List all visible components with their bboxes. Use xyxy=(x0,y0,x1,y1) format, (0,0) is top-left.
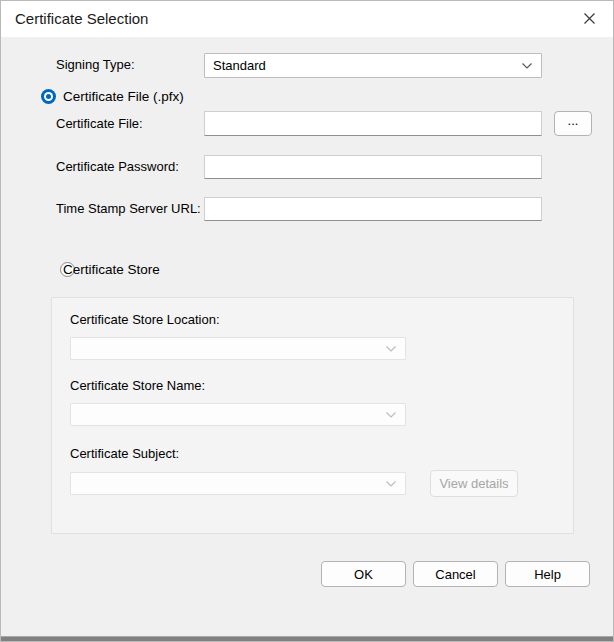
view-details-button[interactable]: View details xyxy=(430,470,518,497)
close-icon xyxy=(583,12,596,25)
chevron-down-icon xyxy=(521,62,533,70)
store-name-select[interactable] xyxy=(70,403,406,426)
certificate-file-label: Certificate File: xyxy=(56,111,143,136)
close-button[interactable] xyxy=(567,1,611,35)
certificate-file-input[interactable] xyxy=(204,111,542,136)
timestamp-server-url-input[interactable] xyxy=(204,197,542,221)
browse-button[interactable]: ... xyxy=(554,111,592,136)
view-details-button-label: View details xyxy=(439,476,508,491)
chevron-down-icon xyxy=(385,411,397,419)
chevron-down-icon xyxy=(385,480,397,488)
cancel-button-label: Cancel xyxy=(435,567,475,582)
certificate-password-input[interactable] xyxy=(204,155,542,179)
help-button[interactable]: Help xyxy=(505,561,590,587)
page-title: Certificate Selection xyxy=(15,1,148,37)
certificate-store-radio-label: Certificate Store xyxy=(63,262,160,277)
browse-button-label: ... xyxy=(568,113,579,128)
store-location-label: Certificate Store Location: xyxy=(70,312,220,327)
certificate-store-group: Certificate Store Location: Certificate … xyxy=(51,297,574,534)
timestamp-server-url-label: Time Stamp Server URL: xyxy=(56,197,201,221)
signing-type-label: Signing Type: xyxy=(56,53,135,77)
certificate-password-label: Certificate Password: xyxy=(56,155,179,179)
signing-type-select[interactable]: Standard xyxy=(204,53,542,78)
cancel-button[interactable]: Cancel xyxy=(413,561,498,587)
help-button-label: Help xyxy=(534,567,561,582)
certificate-file-radio-label: Certificate File (.pfx) xyxy=(63,89,184,104)
title-bar: Certificate Selection xyxy=(1,1,613,37)
certificate-subject-select[interactable] xyxy=(70,472,406,495)
certificate-subject-label: Certificate Subject: xyxy=(70,446,179,461)
certificate-file-radio[interactable] xyxy=(41,89,56,104)
store-location-select[interactable] xyxy=(70,337,406,360)
ok-button-label: OK xyxy=(354,567,373,582)
signing-type-value: Standard xyxy=(213,58,521,73)
ok-button[interactable]: OK xyxy=(321,561,406,587)
certificate-selection-dialog: Certificate Selection Signing Type: Stan… xyxy=(0,0,614,642)
window-bottom-edge xyxy=(1,636,613,641)
chevron-down-icon xyxy=(385,345,397,353)
store-name-label: Certificate Store Name: xyxy=(70,378,205,393)
